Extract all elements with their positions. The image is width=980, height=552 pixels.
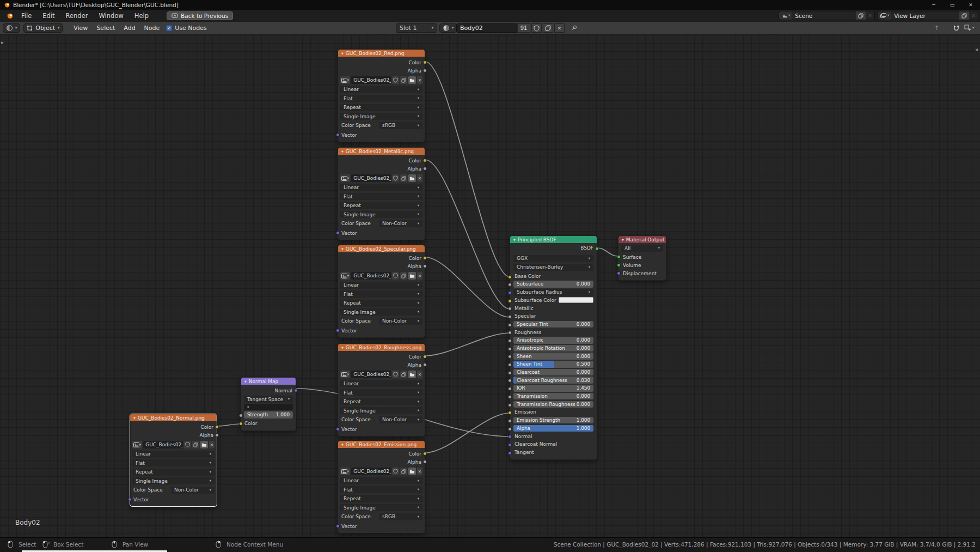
vector-input-socket[interactable] [336, 133, 340, 137]
uv-map-field[interactable]: • [244, 404, 293, 410]
clearcoat-input-socket[interactable] [508, 371, 512, 375]
image-name-field[interactable]: GUC_Bodies02_.. [351, 76, 390, 84]
browse-material-dropdown[interactable]: ▾ [439, 23, 457, 33]
clearcoat-normal-input-socket[interactable] [508, 443, 512, 447]
anisotropic-slider[interactable]: Anisotropic0.000 [513, 337, 593, 344]
menu-edit[interactable]: Edit [38, 11, 59, 21]
anisotropic-rotation-slider[interactable]: Anisotropic Rotation0.000 [513, 345, 593, 352]
vector-input-socket[interactable] [336, 231, 340, 235]
snap-toggle-button[interactable] [953, 25, 960, 32]
subsurface-method-dropdown[interactable]: Christensen-Burley▾ [513, 264, 593, 271]
projection-dropdown[interactable]: Flat▾ [340, 95, 422, 102]
snap-mode-dropdown[interactable]: ▾ [964, 24, 974, 32]
volume-input-socket[interactable] [617, 263, 621, 267]
transmission-slider[interactable]: Transmission0.000 [513, 393, 593, 400]
color-space-dropdown[interactable]: sRGB▾ [379, 122, 422, 129]
fake-user-button[interactable] [392, 174, 399, 182]
menu-window[interactable]: Window [94, 11, 128, 21]
copy-view-layer-button[interactable] [959, 11, 969, 20]
anisotropic-input-socket[interactable] [508, 339, 512, 343]
bsdf-row-emission-strength[interactable]: Emission Strength1.000 [513, 417, 593, 424]
alpha-slider[interactable]: Alpha1.000 [513, 425, 593, 432]
source-dropdown[interactable]: Single Image▾ [340, 308, 422, 316]
metallic-input-socket[interactable] [508, 307, 512, 311]
menu-render[interactable]: Render [61, 11, 93, 21]
strength-slider[interactable]: Strength 1.000 [244, 411, 293, 418]
vector-input-socket[interactable] [336, 329, 340, 332]
bsdf-row-transmission-roughness[interactable]: Transmission Roughness0.000 [513, 401, 593, 408]
normal-output-socket[interactable] [294, 389, 298, 392]
minimize-button[interactable]: ─ [924, 0, 943, 10]
copy-image-button[interactable] [400, 76, 407, 84]
node-header[interactable]: ▼ Normal Map [241, 378, 296, 385]
open-image-button[interactable] [408, 272, 416, 280]
image-name-field[interactable]: GUC_Bodies02_.. [351, 468, 390, 475]
node-header[interactable]: ▼ Principled BSDF [510, 236, 597, 243]
unlink-image-button[interactable]: ✕ [209, 441, 215, 448]
material-name-field[interactable]: Body02 [456, 23, 517, 33]
source-dropdown[interactable]: Single Image▾ [340, 407, 422, 414]
unlink-scene-button[interactable]: ✕ [866, 11, 874, 20]
image-browse-button[interactable]: ▾ [340, 272, 350, 280]
transmission-roughness-slider[interactable]: Transmission Roughness0.000 [513, 401, 593, 408]
bsdf-row-alpha[interactable]: Alpha1.000 [513, 425, 593, 432]
editor-type-dropdown[interactable]: ▾ [3, 23, 20, 33]
use-nodes-checkbox[interactable]: ✓ Use Nodes [166, 25, 207, 32]
interpolation-dropdown[interactable]: Linear▾ [340, 86, 422, 93]
color-space-dropdown[interactable]: Non-Color▾ [171, 487, 215, 494]
menu-add[interactable]: Add [119, 23, 139, 33]
collapse-arrow-icon[interactable]: ▼ [341, 443, 344, 446]
emission-strength-slider[interactable]: Emission Strength1.000 [513, 417, 593, 424]
bsdf-row-clearcoat-roughness[interactable]: Clearcoat Roughness0.030 [513, 377, 593, 384]
menu-select[interactable]: Select [92, 23, 119, 33]
projection-dropdown[interactable]: Flat▾ [340, 389, 422, 396]
material-output-node[interactable]: ▼ Material Output All▾ SurfaceVolumeDisp… [618, 235, 666, 281]
node-editor-canvas[interactable]: ▸ ◂ Body02 ▼ Normal Map Normal Tangent S… [0, 35, 980, 537]
alpha-output-socket[interactable] [423, 363, 427, 367]
image-texture-node-guc-bodies02-emission-png[interactable]: ▼ GUC_Bodies02_Emission.png Color Alpha … [338, 440, 425, 533]
projection-dropdown[interactable]: Flat▾ [132, 459, 215, 466]
color-output-socket[interactable] [215, 425, 219, 429]
copy-material-button[interactable] [543, 23, 553, 33]
bsdf-row-anisotropic-rotation[interactable]: Anisotropic Rotation0.000 [513, 345, 593, 352]
displacement-input-socket[interactable] [617, 271, 621, 275]
unlink-image-button[interactable]: ✕ [417, 174, 422, 182]
alpha-output-socket[interactable] [423, 264, 427, 268]
pin-button[interactable] [571, 25, 578, 32]
emission-strength-input-socket[interactable] [508, 419, 512, 423]
color-output-socket[interactable] [423, 452, 427, 456]
node-header[interactable]: ▼ GUC_Bodies02_Red.png [338, 50, 425, 57]
collapse-arrow-icon[interactable]: ▼ [133, 416, 136, 420]
view-layer-selector[interactable]: ▾ View Layer ✕ [878, 11, 978, 20]
bsdf-row-transmission[interactable]: Transmission0.000 [513, 393, 593, 400]
image-name-field[interactable]: GUC_Bodies02_.. [351, 371, 390, 378]
copy-image-button[interactable] [400, 468, 407, 475]
vector-input-socket[interactable] [336, 524, 340, 528]
copy-scene-button[interactable] [856, 11, 866, 20]
maximize-button[interactable]: ▭ [943, 0, 961, 10]
back-to-previous-button[interactable]: Back to Previous [167, 11, 233, 20]
open-image-button[interactable] [408, 468, 416, 475]
interpolation-dropdown[interactable]: Linear▾ [340, 380, 422, 387]
color-output-socket[interactable] [423, 355, 427, 359]
color-space-dropdown[interactable]: sRGB▾ [379, 513, 422, 520]
specular-tint-input-socket[interactable] [508, 323, 512, 327]
bsdf-output-socket[interactable] [595, 247, 599, 251]
alpha-output-socket[interactable] [423, 167, 427, 171]
color-output-socket[interactable] [423, 60, 427, 64]
source-dropdown[interactable]: Single Image▾ [132, 477, 215, 484]
sidebar-toggle-right-icon[interactable]: ◂ [975, 46, 978, 52]
menu-help[interactable]: Help [130, 11, 154, 21]
open-image-button[interactable] [200, 441, 208, 448]
fake-user-button[interactable] [392, 272, 399, 280]
sheen-input-socket[interactable] [508, 355, 512, 359]
bsdf-row-sheen-tint[interactable]: Sheen Tint0.500 [513, 361, 593, 368]
alpha-input-socket[interactable] [508, 427, 512, 431]
image-name-field[interactable]: GUC_Bodies02_.. [143, 441, 182, 448]
unlink-image-button[interactable]: ✕ [417, 76, 422, 84]
color-output-socket[interactable] [423, 256, 427, 260]
anisotropic-rotation-input-socket[interactable] [508, 347, 512, 351]
sidebar-toggle-left-icon[interactable]: ▸ [1, 39, 4, 45]
subsurface-radius-input-socket[interactable] [508, 291, 512, 295]
node-header[interactable]: ▼ GUC_Bodies02_Emission.png [338, 441, 425, 448]
